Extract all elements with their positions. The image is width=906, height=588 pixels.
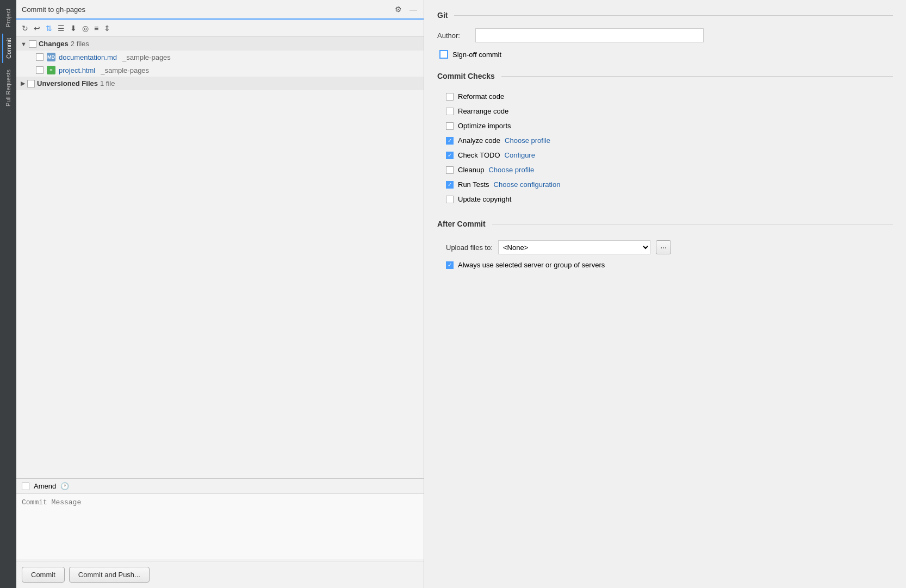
- commit-checks-title: Commit Checks: [437, 72, 893, 80]
- runtests-label: Run Tests: [458, 180, 489, 189]
- rearrange-label: Rearrange code: [458, 107, 508, 115]
- copyright-checkbox[interactable]: [446, 196, 454, 203]
- upload-row: Upload files to: <None> ···: [437, 237, 893, 258]
- doc-md-checkbox[interactable]: [36, 53, 44, 61]
- todo-configure-link[interactable]: Configure: [505, 151, 535, 159]
- action-buttons: Commit Commit and Push...: [16, 561, 424, 588]
- optimize-checkbox[interactable]: [446, 122, 454, 130]
- check-analyze-code: ✓ Analyze code Choose profile: [437, 133, 893, 148]
- toolbar: ↻ ↩ ⇅ ☰ ⬇ ◎ ≡ ⇕: [16, 20, 424, 37]
- cleanup-choose-profile-link[interactable]: Choose profile: [488, 166, 534, 174]
- signoff-checkbox[interactable]: [439, 50, 448, 59]
- changes-chevron: ▼: [21, 41, 27, 47]
- unversioned-count: 1 file: [100, 79, 115, 87]
- unversioned-checkbox[interactable]: [27, 80, 35, 87]
- commit-checks-section: Commit Checks Reformat code Rearrange co…: [437, 72, 893, 207]
- after-commit-section: After Commit Upload files to: <None> ···…: [437, 220, 893, 272]
- minimize-icon[interactable]: —: [408, 5, 418, 14]
- project-html-checkbox[interactable]: [36, 66, 44, 74]
- amend-label: Amend: [34, 482, 56, 490]
- cleanup-label: Cleanup: [458, 166, 484, 174]
- changes-checkbox[interactable]: [29, 40, 36, 48]
- author-row: Author:: [437, 28, 893, 42]
- optimize-label: Optimize imports: [458, 122, 511, 130]
- signoff-label: Sign-off commit: [452, 51, 501, 59]
- filter-icon[interactable]: ≡: [93, 24, 100, 33]
- check-cleanup: Cleanup Choose profile: [437, 162, 893, 177]
- analyze-choose-profile-link[interactable]: Choose profile: [505, 136, 550, 145]
- analyze-checkbox[interactable]: ✓: [446, 137, 454, 145]
- changes-count: 2 files: [71, 40, 89, 48]
- always-use-label: Always use selected server or group of s…: [458, 261, 605, 269]
- doc-md-name: documentation.md: [59, 53, 117, 61]
- sort-icon[interactable]: ⇕: [103, 24, 111, 33]
- eye-icon[interactable]: ◎: [81, 24, 90, 33]
- runtests-choose-config-link[interactable]: Choose configuration: [494, 180, 561, 189]
- diff-icon[interactable]: ☰: [57, 24, 66, 33]
- download-icon[interactable]: ⬇: [69, 24, 78, 33]
- commit-push-button[interactable]: Commit and Push...: [69, 567, 150, 583]
- commit-button[interactable]: Commit: [22, 567, 65, 583]
- sidebar: Project Commit Pull Requests: [0, 0, 16, 588]
- commit-message-input[interactable]: [16, 494, 424, 559]
- always-use-checkbox[interactable]: ✓: [446, 261, 454, 269]
- undo-icon[interactable]: ↩: [33, 24, 41, 33]
- left-panel: Commit to gh-pages ⚙ — ↻ ↩ ⇅ ☰ ⬇ ◎ ≡ ⇕ ▼…: [16, 0, 424, 588]
- after-commit-title: After Commit: [437, 220, 893, 228]
- git-section-title: Git: [437, 11, 893, 20]
- check-todo: ✓ Check TODO Configure: [437, 148, 893, 162]
- bottom-area: Amend 🕐 Commit Commit and Push...: [16, 478, 424, 588]
- sidebar-item-pull-requests[interactable]: Pull Requests: [3, 65, 14, 111]
- changes-label: Changes: [39, 40, 69, 48]
- sidebar-item-project[interactable]: Project: [3, 4, 14, 32]
- unversioned-label: Unversioned Files: [37, 79, 98, 87]
- project-html-name: project.html: [59, 66, 95, 74]
- title-bar: Commit to gh-pages ⚙ —: [16, 0, 424, 20]
- reformat-label: Reformat code: [458, 92, 504, 101]
- analyze-label: Analyze code: [458, 136, 500, 145]
- check-run-tests: ✓ Run Tests Choose configuration: [437, 177, 893, 192]
- always-use-row: ✓ Always use selected server or group of…: [437, 258, 893, 272]
- file-tree: ▼ Changes 2 files MD documentation.md _s…: [16, 37, 424, 478]
- check-rearrange-code: Rearrange code: [437, 104, 893, 118]
- author-label: Author:: [437, 32, 470, 40]
- todo-label: Check TODO: [458, 151, 500, 159]
- fetch-icon[interactable]: ⇅: [45, 24, 53, 33]
- unversioned-group-header[interactable]: ▶ Unversioned Files 1 file: [16, 77, 424, 90]
- author-input[interactable]: [475, 28, 704, 42]
- html-file-icon: ≡: [47, 66, 55, 74]
- changes-group-header[interactable]: ▼ Changes 2 files: [16, 37, 424, 51]
- file-project-html[interactable]: ≡ project.html _sample-pages: [16, 64, 424, 77]
- right-panel: Git Author: Sign-off commit Commit Check…: [424, 0, 906, 588]
- title-text: Commit to gh-pages: [22, 5, 85, 14]
- settings-icon[interactable]: ⚙: [394, 5, 403, 14]
- check-update-copyright: Update copyright: [437, 192, 893, 207]
- amend-checkbox[interactable]: [22, 483, 29, 490]
- cleanup-checkbox[interactable]: [446, 166, 454, 174]
- file-documentation-md[interactable]: MD documentation.md _sample-pages: [16, 51, 424, 64]
- check-optimize-imports: Optimize imports: [437, 118, 893, 133]
- rearrange-checkbox[interactable]: [446, 108, 454, 115]
- runtests-checkbox[interactable]: ✓: [446, 181, 454, 189]
- title-icons: ⚙ —: [394, 5, 418, 14]
- amend-row: Amend 🕐: [16, 479, 424, 494]
- upload-select[interactable]: <None>: [498, 240, 650, 254]
- project-html-path: _sample-pages: [101, 66, 149, 74]
- history-icon: 🕐: [60, 482, 69, 490]
- reformat-checkbox[interactable]: [446, 93, 454, 101]
- refresh-icon[interactable]: ↻: [21, 24, 29, 33]
- md-file-icon: MD: [47, 53, 55, 61]
- check-reformat-code: Reformat code: [437, 89, 893, 104]
- unversioned-chevron: ▶: [21, 80, 25, 87]
- copyright-label: Update copyright: [458, 195, 511, 203]
- upload-ellipsis-button[interactable]: ···: [656, 240, 671, 254]
- todo-checkbox[interactable]: ✓: [446, 152, 454, 159]
- doc-md-path: _sample-pages: [122, 53, 171, 61]
- upload-label: Upload files to:: [446, 243, 493, 252]
- sidebar-item-commit[interactable]: Commit: [2, 34, 14, 63]
- signoff-row: Sign-off commit: [437, 50, 893, 59]
